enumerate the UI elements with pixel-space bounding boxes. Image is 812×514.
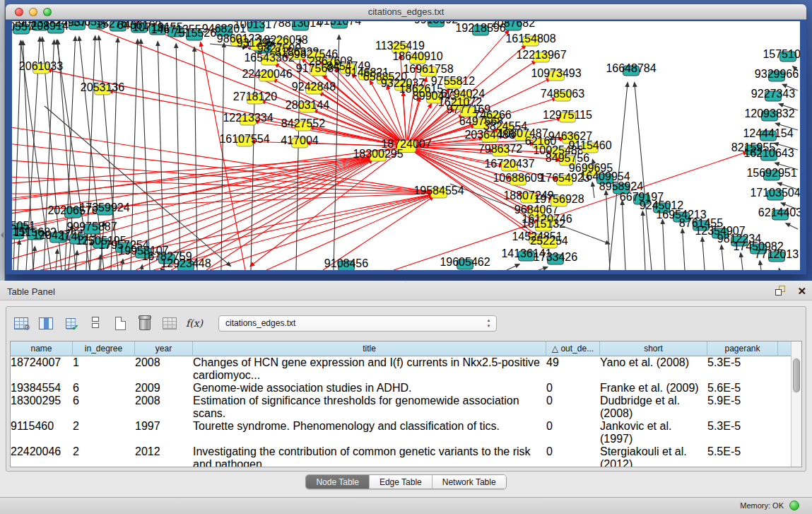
graph-node[interactable]: 16154808 bbox=[505, 33, 555, 46]
table-cell[interactable]: Dudbridge et al. (2008) bbox=[600, 395, 707, 420]
graph-node[interactable]: 16720437 bbox=[484, 158, 534, 171]
table-mode-button[interactable]: ⚙ bbox=[12, 314, 30, 332]
table-cell[interactable]: 6 bbox=[73, 395, 135, 420]
table-cell[interactable]: 5.3E-5 bbox=[707, 356, 778, 382]
table-cell[interactable]: 9115460 bbox=[11, 420, 73, 445]
tab-node-table[interactable]: Node Table bbox=[306, 475, 370, 489]
graph-node[interactable]: 19756928 bbox=[534, 193, 584, 206]
graph-node[interactable]: 17359924 bbox=[79, 201, 129, 215]
table-cell[interactable]: 1997 bbox=[135, 420, 193, 445]
scrollbar-thumb[interactable] bbox=[793, 358, 800, 392]
table-cell[interactable]: 6 bbox=[73, 382, 135, 395]
column-header[interactable]: name bbox=[11, 341, 73, 356]
table-cell[interactable]: 22420046 bbox=[11, 445, 73, 467]
left-divider[interactable] bbox=[0, 0, 5, 281]
table-cell[interactable]: Tourette syndrome. Phenomenology and cla… bbox=[193, 420, 546, 445]
table-cell[interactable]: 5.5E-5 bbox=[707, 445, 778, 467]
graph-node[interactable]: 22420046 bbox=[242, 68, 292, 81]
table-cell[interactable]: Genome-wide association studies in ADHD. bbox=[193, 382, 546, 395]
graph-node[interactable]: 252254 bbox=[530, 235, 567, 248]
table-row[interactable]: 1872400712008Changes of HCN gene express… bbox=[11, 356, 801, 382]
graph-node[interactable]: 16107554 bbox=[219, 133, 269, 146]
table-cell[interactable]: Stergiakouli et al. (2012) bbox=[600, 445, 707, 467]
tab-network-table[interactable]: Network Table bbox=[433, 475, 506, 489]
table-cell[interactable]: 0 bbox=[546, 420, 600, 445]
graph-node[interactable]: 12213334 bbox=[223, 112, 273, 125]
graph-node[interactable]: 7986372 bbox=[478, 143, 522, 156]
graph-node[interactable]: 10688609 bbox=[493, 172, 543, 185]
table-cell[interactable]: 1 bbox=[73, 356, 135, 382]
table-cell[interactable]: 5.9E-5 bbox=[707, 395, 778, 420]
column-header[interactable]: pagerank bbox=[707, 341, 778, 356]
table-cell[interactable]: 0 bbox=[546, 445, 600, 467]
graph-node[interactable]: 8131074 bbox=[317, 21, 361, 28]
table-cell[interactable]: 5.6E-5 bbox=[707, 382, 778, 395]
new-table-button[interactable] bbox=[111, 314, 129, 332]
window-titlebar[interactable]: citations_edges.txt bbox=[6, 4, 806, 20]
column-header[interactable]: year bbox=[135, 341, 193, 356]
float-panel-button[interactable] bbox=[775, 286, 787, 297]
column-header[interactable]: in_degree bbox=[73, 341, 135, 356]
memory-indicator-icon[interactable] bbox=[789, 501, 799, 510]
graph-node[interactable]: 7712013 bbox=[755, 248, 799, 262]
graph-node[interactable]: 417004 bbox=[281, 134, 318, 148]
graph-node[interactable]: 8427552 bbox=[281, 117, 325, 131]
table-cell[interactable]: 2008 bbox=[135, 395, 193, 420]
row-selector-button[interactable] bbox=[86, 314, 105, 332]
graph-node[interactable]: 10973493 bbox=[531, 67, 581, 81]
graph-node[interactable]: 6214403 bbox=[758, 206, 800, 220]
table-row[interactable]: 911546021997Tourette syndrome. Phenomeno… bbox=[11, 420, 801, 445]
table-cell[interactable]: 0 bbox=[546, 382, 600, 395]
table-cell[interactable]: 0 bbox=[546, 395, 600, 420]
graph-node[interactable]: 9108456 bbox=[324, 257, 368, 270]
graph-node[interactable]: 12975115 bbox=[543, 109, 592, 122]
graph-node[interactable]: 8813014 bbox=[278, 21, 322, 30]
table-cell[interactable]: 2 bbox=[73, 420, 135, 445]
graph-canvas[interactable]: 2405572490131572089140624937711065528715… bbox=[12, 21, 800, 270]
table-cell[interactable]: 5.3E-5 bbox=[707, 420, 778, 445]
graph-node[interactable]: 1733426 bbox=[534, 251, 577, 264]
table-scrollbar[interactable] bbox=[791, 341, 801, 467]
graph-node[interactable]: 9115460 bbox=[568, 139, 611, 153]
graph-node[interactable]: 17103504 bbox=[750, 187, 800, 200]
graph-node[interactable]: 2718120 bbox=[233, 90, 277, 104]
column-header[interactable]: title bbox=[193, 341, 546, 356]
table-cell[interactable]: 19384554 bbox=[11, 382, 73, 395]
close-panel-button[interactable]: ✕ bbox=[797, 285, 806, 298]
graph-node[interactable]: 19584554 bbox=[413, 185, 464, 198]
graph-node[interactable]: 9755812 bbox=[431, 75, 475, 88]
table-cell[interactable]: Changes of HCN gene expression and I(f) … bbox=[193, 356, 546, 382]
table-row[interactable]: 1938455462009Genome-wide association stu… bbox=[11, 382, 801, 395]
graph-node[interactable]: 2803144 bbox=[286, 99, 329, 112]
graph-node[interactable]: 18300295 bbox=[353, 148, 403, 161]
graph-node[interactable]: 9913992 bbox=[414, 21, 458, 27]
graph-node[interactable]: 7485063 bbox=[541, 88, 584, 101]
table-cell[interactable]: 2012 bbox=[135, 445, 193, 467]
table-cell[interactable]: 2 bbox=[73, 445, 135, 467]
table-cell[interactable]: 18724007 bbox=[11, 356, 73, 382]
graph-node[interactable]: 12213967 bbox=[516, 49, 566, 62]
graph-node[interactable]: 12093832 bbox=[744, 107, 794, 121]
function-builder-button[interactable]: f(x) bbox=[185, 314, 204, 332]
table-cell[interactable]: 2008 bbox=[135, 356, 193, 382]
table-cell[interactable]: Investigating the contribution of common… bbox=[193, 445, 546, 467]
table-cell[interactable]: 2009 bbox=[135, 382, 193, 395]
table-cell[interactable]: Franke et al. (2009) bbox=[600, 382, 707, 395]
graph-node[interactable]: 9227343 bbox=[751, 88, 795, 101]
graph-node[interactable]: 2061033 bbox=[19, 60, 63, 74]
select-all-button[interactable]: ✔ bbox=[61, 314, 80, 332]
graph-node[interactable]: 15692951 bbox=[746, 167, 796, 180]
graph-node[interactable]: 9242848 bbox=[292, 81, 336, 94]
table-cell[interactable]: Estimation of significance thresholds fo… bbox=[193, 395, 546, 420]
table-cell[interactable]: 49 bbox=[546, 356, 600, 382]
table-cell[interactable]: Jankovic et al. (1997) bbox=[600, 420, 707, 445]
graph-node[interactable]: 18640910 bbox=[392, 50, 442, 64]
graph-node[interactable]: 15751074 bbox=[763, 48, 800, 62]
graph-node[interactable]: 2053136 bbox=[81, 81, 124, 95]
table-select[interactable]: citations_edges.txt ▲▼ bbox=[218, 315, 497, 332]
graph-node[interactable]: 12923448 bbox=[160, 257, 211, 270]
graph-node[interactable]: 16210643 bbox=[743, 147, 794, 160]
table-row[interactable]: 2242004622012Investigating the contribut… bbox=[11, 445, 801, 467]
column-header[interactable]: short bbox=[600, 341, 707, 356]
graph-node[interactable]: 16543362 bbox=[244, 52, 294, 65]
